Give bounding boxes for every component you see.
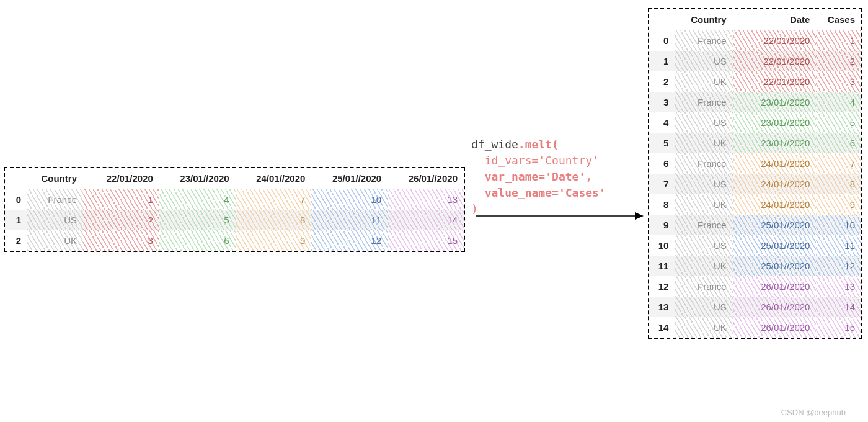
row-index: 0 [5, 189, 27, 210]
cell-value: 15 [388, 230, 464, 251]
cell-value: 12 [311, 230, 388, 251]
row-index: 2 [5, 230, 27, 251]
row-index: 3 [649, 92, 675, 112]
cell-country: France [675, 153, 732, 174]
cell-value: 1 [83, 189, 159, 210]
table-row: 2UK22/01/20203 [649, 71, 861, 92]
wide-dataframe: Country 22/01/2020 23/01//2020 24/01//20… [5, 168, 464, 251]
cell-value: 9 [236, 230, 312, 251]
long-header-date: Date [733, 9, 817, 30]
row-index: 8 [649, 194, 675, 215]
wide-header-date-0: 22/01/2020 [83, 168, 159, 189]
cell-cases: 15 [816, 317, 861, 338]
cell-date: 24/01//2020 [733, 174, 817, 194]
row-index: 14 [649, 317, 675, 338]
table-row: 2UK3691215 [5, 230, 464, 251]
long-header-index [649, 9, 675, 30]
cell-country: US [675, 174, 732, 194]
table-row: 0France22/01/20201 [649, 30, 861, 52]
cell-country: UK [27, 230, 83, 251]
cell-cases: 14 [816, 297, 861, 317]
cell-value: 14 [388, 210, 464, 230]
cell-country: France [27, 189, 83, 210]
row-index: 0 [649, 30, 675, 52]
cell-country: UK [675, 317, 732, 338]
cell-country: France [675, 215, 732, 235]
row-index: 1 [649, 51, 675, 71]
cell-date: 26/01//2020 [733, 276, 817, 297]
table-row: 1US2581114 [5, 210, 464, 230]
cell-cases: 9 [816, 194, 861, 215]
svg-marker-1 [635, 212, 644, 220]
cell-cases: 10 [816, 215, 861, 235]
row-index: 7 [649, 174, 675, 194]
wide-header-country: Country [27, 168, 83, 189]
row-index: 11 [649, 256, 675, 276]
cell-value: 2 [83, 210, 159, 230]
code-snippet: df_wide.melt( id_vars='Country' var_name… [471, 137, 606, 217]
table-row: 8UK24/01//20209 [649, 194, 861, 215]
wide-header-date-4: 26/01//2020 [388, 168, 464, 189]
long-dataframe: Country Date Cases 0France22/01/202011US… [649, 9, 861, 338]
table-row: 4US23/01//20205 [649, 112, 861, 133]
cell-country: France [675, 92, 732, 112]
wide-header-index [5, 168, 27, 189]
cell-country: UK [675, 71, 732, 92]
row-index: 1 [5, 210, 27, 230]
table-row: 0France1471013 [5, 189, 464, 210]
cell-country: UK [675, 256, 732, 276]
cell-country: US [675, 112, 732, 133]
table-row: 10US25/01//202011 [649, 235, 861, 256]
long-header-cases: Cases [816, 9, 861, 30]
cell-date: 26/01//2020 [733, 317, 817, 338]
long-header-row: Country Date Cases [649, 9, 861, 30]
cell-value: 4 [159, 189, 236, 210]
code-melt-call: .melt( [518, 138, 559, 151]
cell-country: US [675, 297, 732, 317]
cell-value: 13 [388, 189, 464, 210]
cell-value: 8 [236, 210, 312, 230]
cell-date: 22/01/2020 [733, 51, 817, 71]
cell-cases: 1 [816, 30, 861, 52]
cell-value: 6 [159, 230, 236, 251]
row-index: 4 [649, 112, 675, 133]
wide-table: Country 22/01/2020 23/01//2020 24/01//20… [4, 167, 465, 252]
table-row: 6France24/01//20207 [649, 153, 861, 174]
cell-date: 24/01//2020 [733, 194, 817, 215]
cell-country: US [675, 51, 732, 71]
cell-date: 22/01/2020 [733, 71, 817, 92]
code-value-name: value_name='Cases' [471, 186, 606, 199]
table-row: 11UK25/01//202012 [649, 256, 861, 276]
cell-country: US [675, 235, 732, 256]
wide-header-date-3: 25/01//2020 [311, 168, 388, 189]
cell-date: 22/01/2020 [733, 30, 817, 52]
cell-cases: 8 [816, 174, 861, 194]
table-row: 13US26/01//202014 [649, 297, 861, 317]
cell-value: 10 [311, 189, 388, 210]
cell-date: 23/01//2020 [733, 92, 817, 112]
cell-cases: 3 [816, 71, 861, 92]
row-index: 5 [649, 133, 675, 153]
cell-country: US [27, 210, 83, 230]
cell-date: 25/01//2020 [733, 256, 817, 276]
cell-date: 24/01//2020 [733, 153, 817, 174]
cell-date: 25/01//2020 [733, 235, 817, 256]
cell-date: 23/01//2020 [733, 112, 817, 133]
table-row: 9France25/01//202010 [649, 215, 861, 235]
cell-value: 7 [236, 189, 312, 210]
wide-header-date-1: 23/01//2020 [159, 168, 236, 189]
cell-value: 5 [159, 210, 236, 230]
table-row: 7US24/01//20208 [649, 174, 861, 194]
long-header-country: Country [675, 9, 732, 30]
table-row: 14UK26/01//202015 [649, 317, 861, 338]
table-row: 5UK23/01//20206 [649, 133, 861, 153]
arrow-icon [476, 210, 644, 222]
cell-cases: 5 [816, 112, 861, 133]
cell-country: France [675, 276, 732, 297]
long-table: Country Date Cases 0France22/01/202011US… [648, 8, 862, 339]
cell-cases: 7 [816, 153, 861, 174]
cell-country: France [675, 30, 732, 52]
code-df: df_wide [471, 138, 518, 151]
cell-country: UK [675, 194, 732, 215]
code-var-name: var_name='Date', [471, 170, 592, 183]
